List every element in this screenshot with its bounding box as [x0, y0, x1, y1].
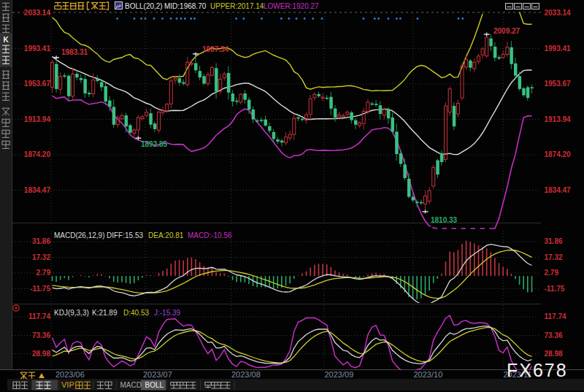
svg-text:1987.34: 1987.34 — [202, 45, 229, 53]
svg-text:73.36: 73.36 — [545, 331, 563, 339]
svg-text:1913.94: 1913.94 — [24, 115, 51, 123]
svg-text:MACD:-10.56: MACD:-10.56 — [188, 231, 232, 239]
svg-text:1983.31: 1983.31 — [61, 48, 88, 56]
svg-text:1913.94: 1913.94 — [545, 115, 572, 123]
svg-text:J:-15.39: J:-15.39 — [154, 309, 181, 317]
svg-text:UPPER:2017.14: UPPER:2017.14 — [210, 2, 264, 10]
svg-text:1810.33: 1810.33 — [431, 216, 458, 224]
svg-text:FX678: FX678 — [507, 360, 568, 380]
svg-text:VIP: VIP — [61, 380, 74, 389]
svg-text:17.32: 17.32 — [32, 253, 50, 261]
svg-text:117.74: 117.74 — [545, 312, 566, 320]
svg-text:1993.41: 1993.41 — [24, 45, 51, 53]
svg-text:DEA:20.81: DEA:20.81 — [148, 231, 184, 239]
svg-text:2023/09: 2023/09 — [325, 370, 354, 379]
svg-text:28.98: 28.98 — [545, 350, 563, 358]
svg-text:2.79: 2.79 — [36, 269, 51, 277]
svg-text:D:40.53: D:40.53 — [123, 309, 149, 317]
svg-text:31.86: 31.86 — [545, 237, 563, 245]
svg-text:KDJ(9,3,3): KDJ(9,3,3) — [54, 309, 89, 317]
svg-text:2009.27: 2009.27 — [493, 27, 520, 35]
svg-text:-11.75: -11.75 — [30, 285, 50, 293]
svg-text:-11.75: -11.75 — [545, 285, 565, 293]
svg-text:K:21.89: K:21.89 — [92, 309, 118, 317]
svg-text:1874.20: 1874.20 — [24, 150, 51, 158]
svg-text:31.86: 31.86 — [32, 237, 50, 245]
svg-text:K: K — [3, 36, 9, 44]
svg-text:BOLL: BOLL — [145, 381, 164, 389]
svg-text:117.74: 117.74 — [28, 312, 50, 320]
svg-text:1953.67: 1953.67 — [24, 80, 51, 88]
svg-text:BOLL(20,2): BOLL(20,2) — [125, 2, 163, 10]
svg-text:MID:1968.70: MID:1968.70 — [164, 2, 207, 10]
svg-text:1953.67: 1953.67 — [545, 80, 572, 88]
svg-text:DIFF:15.53: DIFF:15.53 — [107, 231, 143, 239]
svg-text:2033.14: 2033.14 — [24, 9, 51, 17]
svg-text:2023/10: 2023/10 — [414, 370, 443, 379]
svg-text:17.32: 17.32 — [545, 253, 563, 261]
svg-text:MACD: MACD — [120, 381, 142, 389]
svg-text:1993.41: 1993.41 — [545, 45, 572, 53]
svg-text:28.98: 28.98 — [32, 350, 50, 358]
svg-text:LOWER:1920.27: LOWER:1920.27 — [264, 2, 319, 10]
svg-text:1874.20: 1874.20 — [545, 150, 572, 158]
svg-text:1834.47: 1834.47 — [24, 186, 51, 194]
svg-text:2033.14: 2033.14 — [545, 9, 572, 17]
svg-text:1834.47: 1834.47 — [545, 186, 572, 194]
svg-text:1892.85: 1892.85 — [141, 140, 168, 148]
svg-text:73.36: 73.36 — [32, 331, 50, 339]
svg-text:2023/07: 2023/07 — [143, 370, 172, 379]
svg-text:2.79: 2.79 — [545, 269, 559, 277]
svg-text:2023/06: 2023/06 — [55, 370, 85, 379]
svg-text:MACD(26,12,9): MACD(26,12,9) — [54, 231, 104, 239]
svg-text:2023/08: 2023/08 — [231, 370, 261, 379]
